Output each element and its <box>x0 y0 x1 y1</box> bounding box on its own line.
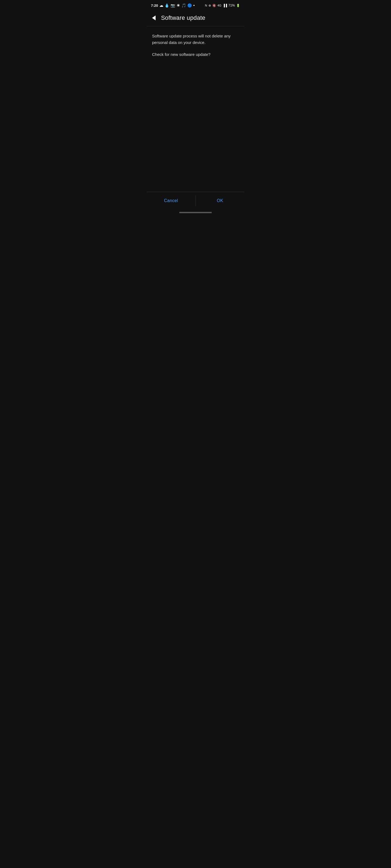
action-buttons: Cancel OK <box>147 192 244 209</box>
app-bar: Software update <box>147 10 244 26</box>
camera-icon: 📷 <box>170 3 175 8</box>
dot-indicator: • <box>193 3 195 8</box>
signal-icon: ▐▐ <box>223 4 227 7</box>
info-text: Software update process will not delete … <box>152 33 239 46</box>
status-bar: 7:20 ☁ 💧 📷 ☀ 🎵 🔵 • N ⊛ 🔇 4G ▐▐ 71% 🔋 <box>147 0 244 10</box>
nfc-icon: N <box>205 4 207 7</box>
back-arrow-icon <box>152 16 156 20</box>
battery-percent: 71% <box>228 3 235 7</box>
bluetooth-icon: ⊛ <box>208 4 211 7</box>
navigation-bar <box>147 209 244 217</box>
weather-icon: ☁ <box>159 3 163 8</box>
water-icon: 💧 <box>165 3 169 8</box>
back-button[interactable] <box>151 14 157 22</box>
shazam-icon: 🎵 <box>181 3 186 8</box>
time-display: 7:20 <box>151 3 158 8</box>
battery-icon: 🔋 <box>236 4 240 7</box>
main-content: Software update process will not delete … <box>147 26 244 192</box>
nav-indicator <box>179 212 212 213</box>
status-indicators: N ⊛ 🔇 4G ▐▐ 71% 🔋 <box>205 3 240 7</box>
cancel-button[interactable]: Cancel <box>147 192 196 209</box>
brightness-icon: ☀ <box>176 3 180 8</box>
ok-button[interactable]: OK <box>196 192 245 209</box>
status-time: 7:20 ☁ 💧 📷 ☀ 🎵 🔵 • <box>151 3 195 8</box>
network-icon: 4G <box>218 4 222 7</box>
page-title: Software update <box>161 14 205 22</box>
mute-icon: 🔇 <box>212 4 216 7</box>
check-update-text: Check for new software update? <box>152 51 239 58</box>
notification-icon: 🔵 <box>187 3 192 8</box>
